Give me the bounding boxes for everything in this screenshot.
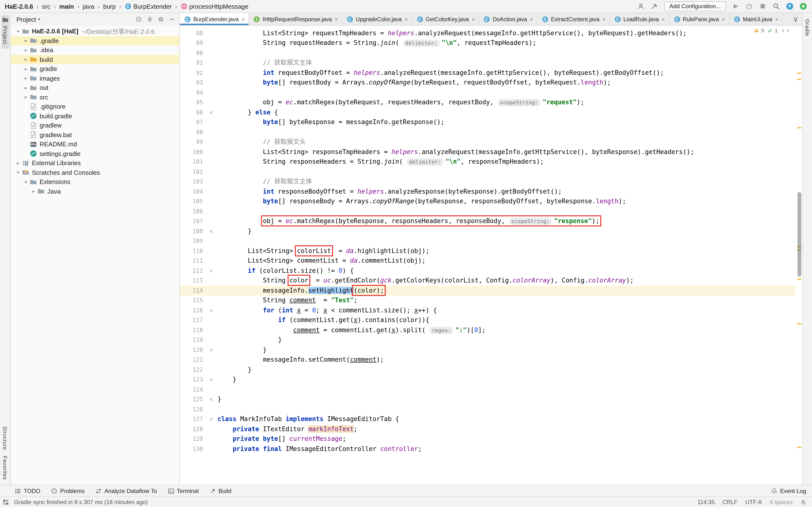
tool-stripe-favorites[interactable]: Favorites — [1, 453, 9, 483]
next-warning-icon[interactable]: ∨ — [786, 28, 790, 33]
breadcrumb-item[interactable]: burp — [103, 3, 116, 10]
code-line[interactable]: 96∧ } else { — [180, 107, 796, 117]
code-line[interactable]: 103 // 获取报文主体 — [180, 177, 796, 187]
code-line[interactable]: 94 — [180, 88, 796, 98]
line-number[interactable]: 110 — [180, 246, 205, 256]
line-number[interactable]: 117 — [180, 315, 205, 325]
code-line[interactable]: 124 — [180, 385, 796, 394]
code-line[interactable]: 119 } — [180, 335, 796, 345]
editor[interactable]: 87 // 获取报文头88 List<String> requestTmpHea… — [180, 25, 802, 485]
tree-item[interactable]: gradlew — [11, 121, 179, 130]
line-ending[interactable]: CRLF — [722, 499, 738, 505]
code-line[interactable]: 129 private byte[] currentMessage; — [180, 434, 796, 444]
code-line[interactable]: 98 — [180, 127, 796, 137]
tool-stripe-structure[interactable]: Structure — [1, 424, 9, 453]
fold-icon[interactable]: ∨ — [205, 266, 217, 276]
code-line[interactable]: 115 String comment = "Test"; — [180, 295, 796, 305]
line-number[interactable]: 99 — [180, 137, 205, 147]
tree-item[interactable]: ▾HaE-2.0.6 [HaE]~/Desktop/分享/HaE-2.0.6 — [11, 26, 179, 36]
toolwindow-button[interactable]: Problems — [51, 488, 85, 494]
locate-target-icon[interactable] — [135, 16, 142, 23]
code-line[interactable]: 117 if (commentList.get(x).contains(colo… — [180, 315, 796, 325]
line-number[interactable]: 125 — [180, 394, 205, 404]
expand-arrow-icon[interactable]: ▾ — [14, 170, 22, 175]
tree-item[interactable]: ▸images — [11, 74, 179, 83]
line-number[interactable]: 111 — [180, 256, 205, 266]
line-number[interactable]: 100 — [180, 147, 205, 157]
hammer-icon[interactable] — [651, 2, 658, 10]
tree-item[interactable]: gradlew.bat — [11, 130, 179, 139]
line-number[interactable]: 109 — [180, 236, 205, 246]
expand-arrow-icon[interactable]: ▸ — [22, 95, 30, 100]
close-tab-icon[interactable]: × — [775, 16, 778, 22]
code-line[interactable]: 125∧} — [180, 394, 796, 404]
line-number[interactable]: 112 — [180, 266, 205, 276]
editor-tab[interactable]: LoadRule.java× — [610, 13, 669, 25]
breadcrumb-item[interactable]: src — [42, 3, 51, 10]
line-number[interactable]: 87 — [180, 25, 205, 28]
tree-item[interactable]: ▸.gradle — [11, 36, 179, 45]
toolwindow-button[interactable]: TODO — [14, 488, 40, 494]
hide-panel-icon[interactable] — [169, 16, 175, 23]
line-number[interactable]: 127 — [180, 414, 205, 424]
expand-arrow-icon[interactable]: ▸ — [22, 67, 30, 71]
lock-icon[interactable] — [800, 499, 806, 505]
code-line[interactable]: 107 obj = ec.matchRegex(byteResponse, re… — [180, 216, 796, 226]
fold-icon[interactable]: ∧ — [205, 394, 217, 404]
line-number[interactable]: 129 — [180, 434, 205, 444]
code-line[interactable]: 130 private final IMessageEditorControll… — [180, 444, 796, 454]
line-number[interactable]: 126 — [180, 404, 205, 414]
code-line[interactable]: 102 — [180, 167, 796, 177]
code-line[interactable]: 111 List<String> commentList = da.commen… — [180, 256, 796, 266]
line-number[interactable]: 120 — [180, 345, 205, 355]
code-line[interactable]: 90 — [180, 48, 796, 58]
prev-warning-icon[interactable]: ∧ — [781, 28, 785, 33]
breadcrumb-item[interactable]: processHttpMessage — [181, 3, 248, 10]
fold-icon[interactable]: ∧ — [205, 345, 217, 355]
tree-item[interactable]: build.gradle — [11, 111, 179, 121]
line-number[interactable]: 95 — [180, 98, 205, 107]
code-line[interactable]: 122 } — [180, 365, 796, 375]
toolwindow-button[interactable]: Build — [209, 488, 231, 494]
line-number[interactable]: 97 — [180, 117, 205, 127]
tree-item[interactable]: ▸Java — [11, 187, 179, 196]
line-number[interactable]: 104 — [180, 187, 205, 196]
tree-item[interactable]: ▸.idea — [11, 45, 179, 55]
line-number[interactable]: 116 — [180, 305, 205, 315]
user-icon[interactable] — [637, 2, 645, 10]
close-tab-icon[interactable]: × — [242, 16, 245, 22]
settings-gear-icon[interactable] — [158, 16, 164, 23]
line-number[interactable]: 91 — [180, 58, 205, 68]
close-tab-icon[interactable]: × — [335, 16, 338, 22]
line-number[interactable]: 128 — [180, 424, 205, 434]
code-line[interactable]: 128 private ITextEditor markInfoText; — [180, 424, 796, 434]
code-line[interactable]: 118 comment = commentList.get(x).split( … — [180, 325, 796, 335]
collapse-all-icon[interactable] — [146, 16, 153, 23]
search-icon[interactable] — [772, 2, 780, 10]
scrollbar-thumb[interactable] — [798, 192, 801, 277]
code-line[interactable]: 108∧ } — [180, 226, 796, 236]
line-number[interactable]: 130 — [180, 444, 205, 454]
tool-stripes-toggle-icon[interactable] — [2, 499, 9, 505]
expand-arrow-icon[interactable]: ▾ — [14, 29, 22, 34]
breadcrumb-item[interactable]: BurpExtender — [125, 3, 172, 10]
expand-arrow-icon[interactable]: ▸ — [22, 57, 30, 62]
line-number[interactable]: 115 — [180, 295, 205, 305]
line-number[interactable]: 105 — [180, 196, 205, 207]
expand-arrow-icon[interactable]: ▸ — [22, 48, 30, 53]
indent-setting[interactable]: 4 spaces — [769, 499, 793, 505]
expand-arrow-icon[interactable]: ▸ — [22, 38, 30, 43]
tool-stripe-gradle[interactable]: Gradle — [804, 16, 811, 39]
editor-tab[interactable]: ExtractContent.java× — [538, 13, 610, 25]
line-number[interactable]: 89 — [180, 38, 205, 48]
code-line[interactable]: 121 messageInfo.setComment(comment); — [180, 355, 796, 365]
line-number[interactable]: 121 — [180, 355, 205, 365]
tree-item[interactable]: ▸src — [11, 93, 179, 102]
code-line[interactable]: 120∧ } — [180, 345, 796, 355]
code-line[interactable]: 116∨ for (int x = 0; x < commentList.siz… — [180, 305, 796, 315]
editor-tab[interactable]: DoAction.java× — [479, 13, 538, 25]
line-number[interactable]: 101 — [180, 157, 205, 167]
line-number[interactable]: 90 — [180, 48, 205, 58]
fold-icon[interactable]: ∧ — [205, 226, 217, 236]
inspections-widget[interactable]: 9 1 ∧∨ — [751, 27, 792, 34]
